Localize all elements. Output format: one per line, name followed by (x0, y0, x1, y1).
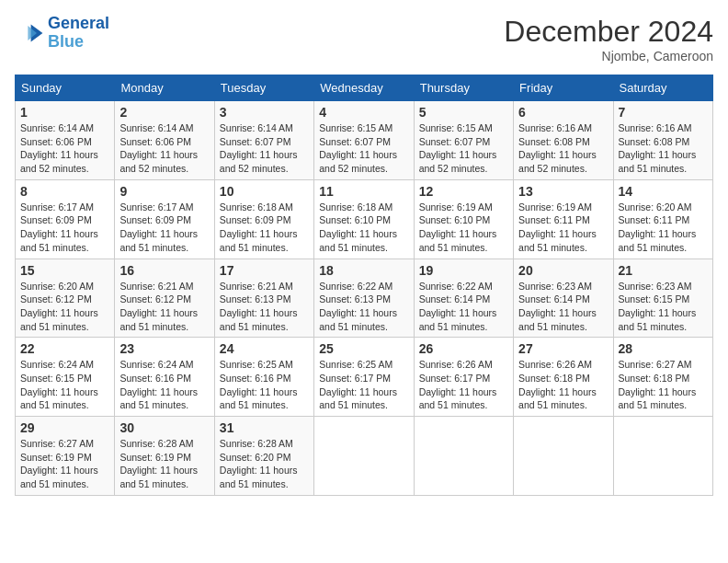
table-row (613, 417, 712, 496)
table-row: 22Sunrise: 6:24 AMSunset: 6:15 PMDayligh… (16, 338, 115, 417)
day-info: Sunrise: 6:14 AMSunset: 6:06 PMDaylight:… (20, 121, 109, 176)
table-row: 5Sunrise: 6:15 AMSunset: 6:07 PMDaylight… (414, 101, 513, 180)
day-number: 19 (419, 263, 508, 278)
col-saturday: Saturday (613, 75, 712, 101)
day-number: 1 (20, 105, 109, 120)
day-number: 6 (518, 105, 608, 120)
page-header: General Blue December 2024 Njombe, Camer… (15, 15, 713, 63)
col-wednesday: Wednesday (314, 75, 414, 101)
calendar-header-row: Sunday Monday Tuesday Wednesday Thursday… (16, 75, 713, 101)
table-row: 6Sunrise: 6:16 AMSunset: 6:08 PMDaylight… (514, 101, 613, 180)
day-info: Sunrise: 6:22 AMSunset: 6:13 PMDaylight:… (319, 280, 408, 334)
day-number: 15 (20, 263, 109, 278)
day-info: Sunrise: 6:20 AMSunset: 6:12 PMDaylight:… (20, 280, 109, 334)
day-number: 24 (220, 341, 309, 356)
table-row (414, 417, 513, 496)
day-number: 30 (119, 420, 209, 435)
day-number: 31 (220, 420, 309, 435)
day-number: 22 (20, 341, 109, 356)
day-info: Sunrise: 6:15 AMSunset: 6:07 PMDaylight:… (419, 121, 508, 176)
col-thursday: Thursday (414, 75, 513, 101)
table-row: 12Sunrise: 6:19 AMSunset: 6:10 PMDayligh… (414, 179, 513, 259)
day-info: Sunrise: 6:25 AMSunset: 6:16 PMDaylight:… (220, 358, 309, 412)
day-info: Sunrise: 6:28 AMSunset: 6:20 PMDaylight:… (220, 437, 309, 491)
day-number: 7 (619, 105, 708, 120)
table-row: 29Sunrise: 6:27 AMSunset: 6:19 PMDayligh… (16, 417, 115, 496)
table-row: 27Sunrise: 6:26 AMSunset: 6:18 PMDayligh… (514, 338, 613, 417)
title-block: December 2024 Njombe, Cameroon (504, 15, 713, 63)
day-info: Sunrise: 6:15 AMSunset: 6:07 PMDaylight:… (319, 121, 408, 176)
day-number: 26 (419, 341, 508, 356)
logo: General Blue (15, 15, 109, 52)
location-label: Njombe, Cameroon (504, 49, 713, 63)
day-info: Sunrise: 6:23 AMSunset: 6:15 PMDaylight:… (619, 280, 708, 334)
day-number: 20 (518, 263, 608, 278)
day-info: Sunrise: 6:24 AMSunset: 6:16 PMDaylight:… (119, 358, 209, 412)
table-row: 10Sunrise: 6:18 AMSunset: 6:09 PMDayligh… (214, 179, 313, 259)
day-number: 29 (20, 420, 109, 435)
day-number: 4 (319, 105, 408, 120)
day-info: Sunrise: 6:16 AMSunset: 6:08 PMDaylight:… (518, 121, 608, 176)
day-info: Sunrise: 6:25 AMSunset: 6:17 PMDaylight:… (319, 358, 408, 412)
table-row: 19Sunrise: 6:22 AMSunset: 6:14 PMDayligh… (414, 259, 513, 338)
day-number: 28 (619, 341, 708, 356)
day-info: Sunrise: 6:27 AMSunset: 6:18 PMDaylight:… (619, 358, 708, 412)
day-info: Sunrise: 6:19 AMSunset: 6:10 PMDaylight:… (419, 201, 508, 255)
calendar-table: Sunday Monday Tuesday Wednesday Thursday… (15, 75, 713, 496)
day-number: 5 (419, 105, 508, 120)
day-info: Sunrise: 6:24 AMSunset: 6:15 PMDaylight:… (20, 358, 109, 412)
table-row: 17Sunrise: 6:21 AMSunset: 6:13 PMDayligh… (214, 259, 313, 338)
day-number: 14 (619, 184, 708, 199)
table-row: 15Sunrise: 6:20 AMSunset: 6:12 PMDayligh… (16, 259, 115, 338)
day-info: Sunrise: 6:20 AMSunset: 6:11 PMDaylight:… (619, 201, 708, 255)
table-row: 4Sunrise: 6:15 AMSunset: 6:07 PMDaylight… (314, 101, 414, 180)
table-row: 8Sunrise: 6:17 AMSunset: 6:09 PMDaylight… (16, 179, 115, 259)
table-row: 16Sunrise: 6:21 AMSunset: 6:12 PMDayligh… (115, 259, 214, 338)
day-number: 23 (119, 341, 209, 356)
month-year-title: December 2024 (504, 15, 713, 49)
day-number: 18 (319, 263, 408, 278)
table-row: 18Sunrise: 6:22 AMSunset: 6:13 PMDayligh… (314, 259, 414, 338)
day-number: 21 (619, 263, 708, 278)
col-sunday: Sunday (16, 75, 115, 101)
calendar-week-row: 1Sunrise: 6:14 AMSunset: 6:06 PMDaylight… (16, 101, 713, 180)
day-info: Sunrise: 6:28 AMSunset: 6:19 PMDaylight:… (119, 437, 209, 491)
day-info: Sunrise: 6:14 AMSunset: 6:07 PMDaylight:… (220, 121, 309, 176)
table-row: 20Sunrise: 6:23 AMSunset: 6:14 PMDayligh… (514, 259, 613, 338)
table-row: 9Sunrise: 6:17 AMSunset: 6:09 PMDaylight… (115, 179, 214, 259)
table-row: 31Sunrise: 6:28 AMSunset: 6:20 PMDayligh… (214, 417, 313, 496)
day-number: 12 (419, 184, 508, 199)
day-info: Sunrise: 6:17 AMSunset: 6:09 PMDaylight:… (20, 201, 109, 255)
table-row: 13Sunrise: 6:19 AMSunset: 6:11 PMDayligh… (514, 179, 613, 259)
day-info: Sunrise: 6:27 AMSunset: 6:19 PMDaylight:… (20, 437, 109, 491)
day-number: 27 (518, 341, 608, 356)
day-info: Sunrise: 6:21 AMSunset: 6:12 PMDaylight:… (119, 280, 209, 334)
col-monday: Monday (115, 75, 214, 101)
table-row: 14Sunrise: 6:20 AMSunset: 6:11 PMDayligh… (613, 179, 712, 259)
table-row (314, 417, 414, 496)
day-info: Sunrise: 6:23 AMSunset: 6:14 PMDaylight:… (518, 280, 608, 334)
day-number: 17 (220, 263, 309, 278)
calendar-week-row: 15Sunrise: 6:20 AMSunset: 6:12 PMDayligh… (16, 259, 713, 338)
table-row: 3Sunrise: 6:14 AMSunset: 6:07 PMDaylight… (214, 101, 313, 180)
day-info: Sunrise: 6:21 AMSunset: 6:13 PMDaylight:… (220, 280, 309, 334)
table-row: 26Sunrise: 6:26 AMSunset: 6:17 PMDayligh… (414, 338, 513, 417)
day-number: 13 (518, 184, 608, 199)
day-number: 2 (119, 105, 209, 120)
day-info: Sunrise: 6:26 AMSunset: 6:18 PMDaylight:… (518, 358, 608, 412)
day-number: 8 (20, 184, 109, 199)
day-info: Sunrise: 6:18 AMSunset: 6:09 PMDaylight:… (220, 201, 309, 255)
logo-icon (15, 18, 44, 48)
table-row: 2Sunrise: 6:14 AMSunset: 6:06 PMDaylight… (115, 101, 214, 180)
table-row: 25Sunrise: 6:25 AMSunset: 6:17 PMDayligh… (314, 338, 414, 417)
day-info: Sunrise: 6:22 AMSunset: 6:14 PMDaylight:… (419, 280, 508, 334)
calendar-week-row: 8Sunrise: 6:17 AMSunset: 6:09 PMDaylight… (16, 179, 713, 259)
table-row: 23Sunrise: 6:24 AMSunset: 6:16 PMDayligh… (115, 338, 214, 417)
day-number: 16 (119, 263, 209, 278)
day-number: 10 (220, 184, 309, 199)
day-info: Sunrise: 6:26 AMSunset: 6:17 PMDaylight:… (419, 358, 508, 412)
day-info: Sunrise: 6:18 AMSunset: 6:10 PMDaylight:… (319, 201, 408, 255)
day-info: Sunrise: 6:14 AMSunset: 6:06 PMDaylight:… (119, 121, 209, 176)
day-info: Sunrise: 6:16 AMSunset: 6:08 PMDaylight:… (619, 121, 708, 176)
table-row: 21Sunrise: 6:23 AMSunset: 6:15 PMDayligh… (613, 259, 712, 338)
